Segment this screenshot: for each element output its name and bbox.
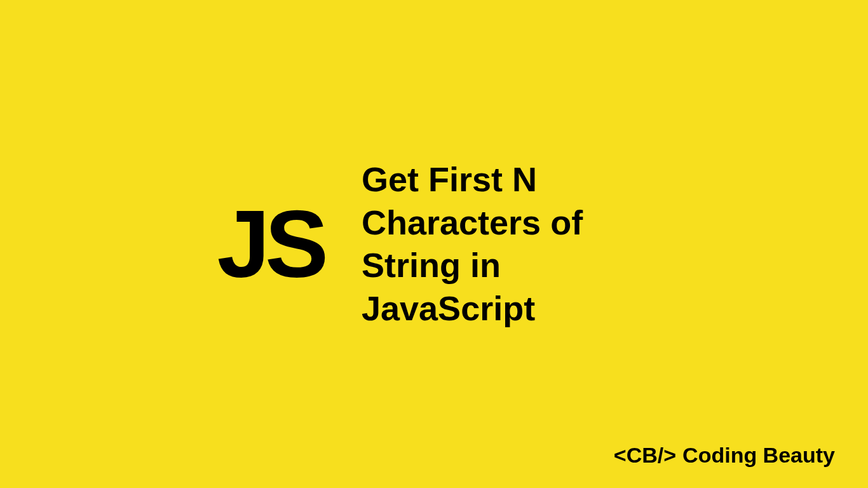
brand-name: Coding Beauty (682, 443, 835, 468)
main-content: JS Get First N Characters of String in J… (217, 158, 651, 330)
footer-brand: <CB/> Coding Beauty (614, 443, 835, 468)
article-title: Get First N Characters of String in Java… (362, 158, 651, 330)
js-logo: JS (217, 196, 323, 292)
brand-tag: <CB/> (614, 443, 676, 468)
